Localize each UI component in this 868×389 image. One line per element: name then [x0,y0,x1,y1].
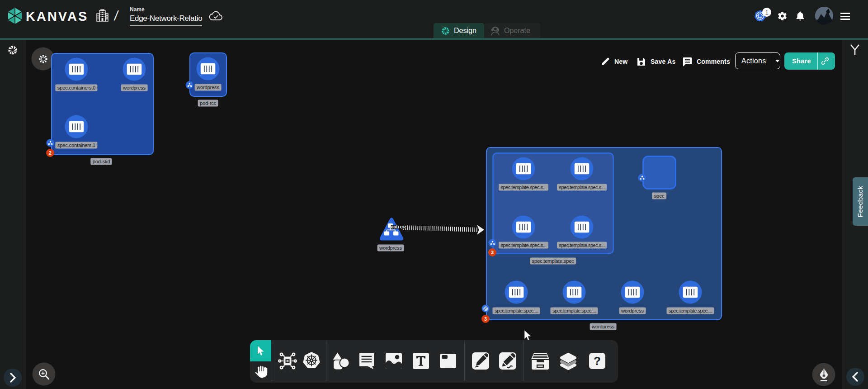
svg-text:?: ? [594,354,601,368]
